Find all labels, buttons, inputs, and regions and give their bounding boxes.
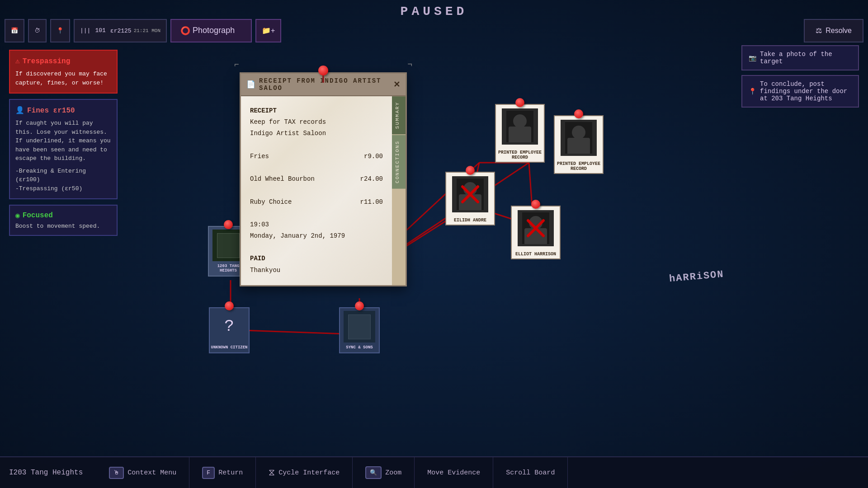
- corner-tr: ¬: [407, 60, 412, 69]
- trespassing-alert: ⚠ Trespassing If discovered you may face…: [9, 50, 118, 94]
- folder-button[interactable]: 📁+: [255, 19, 281, 42]
- tab-summary[interactable]: SUMMARY: [392, 96, 406, 134]
- stat-icon: |||: [80, 27, 90, 34]
- resolve-button[interactable]: ⚖ Resolve: [804, 19, 863, 42]
- focused-box: ◉ Focused Boost to movement speed.: [9, 205, 118, 236]
- level-stat: 101: [95, 27, 105, 34]
- card-label-sync: Sync & Sons: [346, 345, 373, 350]
- time-stat: 21:21 MON: [134, 28, 160, 33]
- map-icon: 📍: [57, 27, 64, 34]
- instruction-post-findings: 📍 To conclude, post findings under the d…: [741, 75, 859, 108]
- evidence-card-eilidh[interactable]: Eilidh Andre: [445, 172, 495, 225]
- card-label-unknown: Unknown Citizen: [211, 345, 247, 350]
- card-label-eilidh: Eilidh Andre: [452, 216, 488, 225]
- warning-icon: ⚠: [15, 56, 20, 67]
- fines-title: 👤 Fines ɛr150: [15, 105, 111, 116]
- fines-box: 👤 Fines ɛr150 If caught you will pay thi…: [9, 99, 118, 199]
- mouse-icon: 🖱: [109, 467, 124, 479]
- move-evidence-button[interactable]: Move Evidence: [415, 457, 493, 488]
- game-board: [0, 0, 868, 488]
- instruction-photo-text: Take a photo of the target: [760, 51, 852, 65]
- receipt-paid: PAID: [250, 253, 383, 264]
- card-label-2: Printed Employee Record: [555, 160, 603, 173]
- pin-4: [531, 200, 540, 209]
- pin-sync: [355, 301, 364, 310]
- evidence-card-harrison[interactable]: Elliot Harrison: [511, 206, 561, 259]
- card-label-1: Printed Employee Record: [496, 148, 544, 162]
- receipt-item-fries: Friesr9.00: [250, 151, 383, 162]
- return-button[interactable]: F Return: [189, 457, 256, 488]
- context-menu-button[interactable]: 🖱 Context Menu: [96, 457, 189, 488]
- fines-icon: 👤: [15, 105, 24, 116]
- focused-text: Boost to movement speed.: [15, 223, 100, 230]
- currency-stat: ɛr2125: [110, 27, 132, 34]
- trespassing-text: If discovered you may face capture, fine…: [15, 70, 107, 86]
- receipt-header-line2: Keep for TAX records: [250, 117, 383, 128]
- zoom-icon: 🔍: [365, 466, 382, 479]
- folder-icon: 📁+: [262, 26, 275, 35]
- context-menu-label: Context Menu: [127, 469, 176, 477]
- move-evidence-label: Move Evidence: [427, 469, 480, 477]
- dna-button[interactable]: ⏱: [28, 19, 47, 42]
- instruction-take-photo: 📷 Take a photo of the target: [741, 45, 859, 70]
- receipt-header-line1: RECEIPT: [250, 105, 383, 117]
- card-image-1: [502, 108, 538, 145]
- fines-item-2: -Trespassing (ɛr50): [15, 184, 111, 193]
- return-label: Return: [218, 469, 243, 477]
- resolve-label: Resolve: [826, 27, 852, 35]
- location-card-unknown[interactable]: ? Unknown Citizen: [209, 307, 250, 353]
- receipt-paper: RECEIPT Keep for TAX records Indigo Arti…: [241, 96, 392, 285]
- location-label: I203 Tang Heights: [9, 469, 83, 477]
- evidence-card-2[interactable]: Printed Employee Record: [554, 115, 604, 174]
- photograph-label: Photograph: [193, 26, 235, 35]
- resolve-icon: ⚖: [816, 26, 822, 35]
- receipt-tabs: SUMMARY CONNECTIONS: [392, 96, 406, 285]
- cycle-interface-label: Cycle Interface: [278, 469, 340, 477]
- instruction-post-text: To conclude, post findings under the doo…: [760, 80, 852, 102]
- card-image-2: [561, 120, 597, 156]
- zoom-button[interactable]: 🔍 Zoom: [353, 457, 415, 488]
- stats-box: ||| 101 ɛr2125 21:21 MON: [74, 19, 167, 42]
- receipt-item-bourbon: Old Wheel Bourbonr24.00: [250, 174, 383, 185]
- dna-icon: ⏱: [34, 27, 40, 34]
- top-bar: 📅 ⏱ 📍 ||| 101 ɛr2125 21:21 MON ⭕ Photogr…: [0, 16, 868, 45]
- pin-unknown: [225, 301, 234, 310]
- receipt-item-ruby: Ruby Choicer11.00: [250, 197, 383, 208]
- card-image-eilidh: [452, 176, 488, 212]
- fines-text: If caught you will pay this. Lose your w…: [15, 119, 111, 163]
- cycle-interface-button[interactable]: ⧖ Cycle Interface: [256, 457, 353, 488]
- f-key: F: [202, 467, 215, 479]
- tab-connections[interactable]: CONNECTIONS: [392, 135, 406, 189]
- bottom-bar: I203 Tang Heights 🖱 Context Menu F Retur…: [0, 456, 868, 488]
- receipt-time: 19:03: [250, 219, 383, 230]
- receipt-modal: ⌐ ¬ 📄 Receipt from Indigo Artist Saloo ✕…: [240, 72, 407, 286]
- card-image-sync: [344, 311, 375, 343]
- left-panel: ⚠ Trespassing If discovered you may face…: [9, 50, 118, 236]
- calendar-button[interactable]: 📅: [5, 19, 24, 42]
- pin-2: [574, 109, 583, 118]
- photograph-button[interactable]: ⭕ Photograph: [170, 19, 252, 42]
- receipt-body: RECEIPT Keep for TAX records Indigo Arti…: [241, 96, 406, 285]
- receipt-close-button[interactable]: ✕: [393, 80, 400, 89]
- receipt-pin: [318, 66, 328, 75]
- pin-tang: [224, 220, 233, 229]
- focused-title: ◉ Focused: [15, 211, 111, 220]
- zoom-label: Zoom: [385, 469, 401, 477]
- pin-3: [466, 166, 475, 175]
- receipt-date: Monday, January 2nd, 1979: [250, 230, 383, 242]
- card-image-harrison: [518, 210, 554, 246]
- card-label-harrison: Elliot Harrison: [514, 250, 558, 258]
- cycle-icon: ⧖: [269, 468, 275, 478]
- card-image-unknown: ?: [213, 311, 245, 343]
- map-button[interactable]: 📍: [50, 19, 70, 42]
- trespassing-title: ⚠ Trespassing: [15, 56, 111, 67]
- location-instruction-icon: 📍: [749, 88, 756, 95]
- corner-tl: ⌐: [234, 60, 239, 69]
- receipt-thankyou: Thankyou: [250, 265, 383, 276]
- scroll-board-button[interactable]: Scroll Board: [493, 457, 568, 488]
- evidence-card-1[interactable]: Printed Employee Record: [495, 104, 545, 163]
- camera-icon: ⭕: [180, 26, 190, 36]
- calendar-icon: 📅: [11, 27, 18, 34]
- pin-1: [515, 98, 524, 107]
- location-card-sync[interactable]: Sync & Sons: [339, 307, 380, 353]
